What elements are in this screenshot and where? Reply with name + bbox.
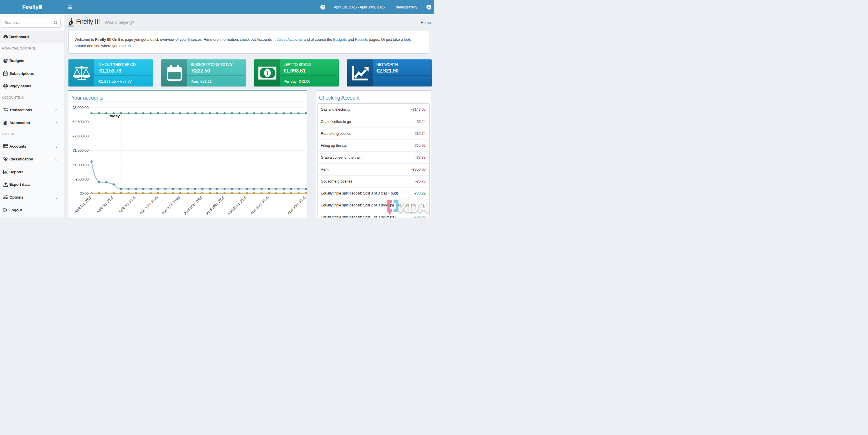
svg-text:April 16th, 2025: April 16th, 2025	[183, 195, 203, 215]
svg-text:€0.00: €0.00	[80, 191, 89, 196]
svg-text:April 4th, 2025: April 4th, 2025	[96, 195, 115, 214]
svg-text:April 10th, 2025: April 10th, 2025	[138, 195, 159, 215]
svg-text:?: ?	[322, 5, 324, 9]
svg-text:€3,000.00: €3,000.00	[72, 105, 89, 110]
svg-text:€500.00: €500.00	[75, 177, 89, 181]
svg-text:€1,000.00: €1,000.00	[72, 163, 89, 167]
svg-text:April 1st, 2025: April 1st, 2025	[74, 195, 92, 214]
svg-text:April 30th, 2025: April 30th, 2025	[287, 195, 307, 215]
svg-text:April 19th, 2025: April 19th, 2025	[205, 195, 225, 215]
svg-text:today: today	[110, 114, 120, 118]
svg-text:€2,500.00: €2,500.00	[72, 120, 89, 124]
svg-text:1: 1	[266, 69, 269, 77]
svg-text:€2,000.00: €2,000.00	[72, 134, 89, 138]
svg-text:€1,500.00: €1,500.00	[72, 148, 89, 153]
svg-text:April 22nd, 2025: April 22nd, 2025	[227, 195, 247, 216]
svg-text:April 25th, 2025: April 25th, 2025	[250, 195, 270, 215]
svg-text:April 7th, 2025: April 7th, 2025	[118, 195, 136, 214]
svg-text:April 13th, 2025: April 13th, 2025	[161, 195, 181, 215]
